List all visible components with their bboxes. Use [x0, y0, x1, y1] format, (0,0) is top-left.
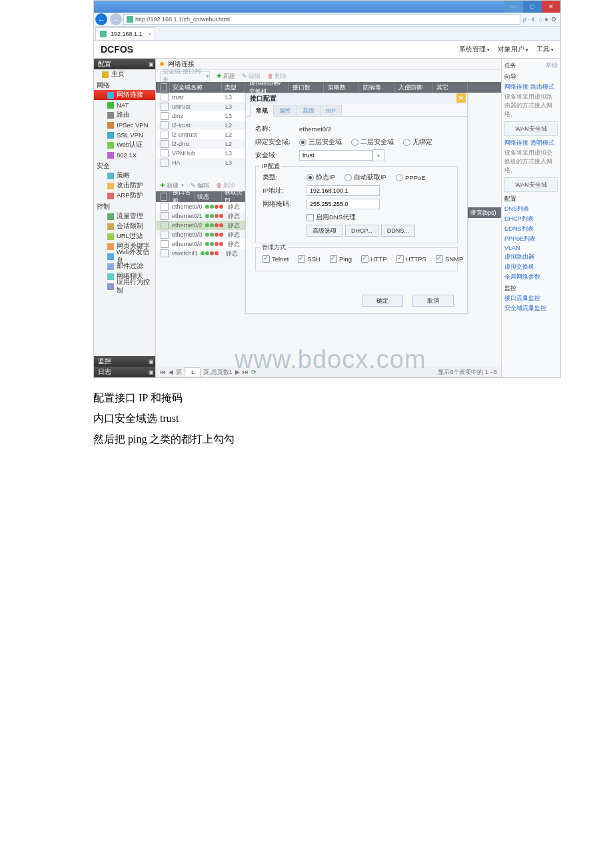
ok-button[interactable]: 确定: [362, 295, 403, 307]
row-checkbox[interactable]: [161, 103, 169, 111]
checkbox-dns-proxy[interactable]: 启用DNS代理: [306, 213, 356, 222]
checkbox-snmp[interactable]: SNMP: [436, 255, 463, 263]
task-link[interactable]: DNS列表: [504, 205, 558, 213]
sidebar-item-url[interactable]: URL过滤: [94, 231, 155, 241]
radio-static-ip[interactable]: 静态IP: [306, 173, 335, 182]
monitor-link[interactable]: 安全域流量监控: [504, 304, 558, 313]
task-help-link[interactable]: 帮助: [546, 61, 558, 70]
zone-row[interactable]: trustL3: [156, 93, 245, 102]
tab-rip[interactable]: RIP: [320, 105, 342, 116]
if-select-all-checkbox[interactable]: [161, 193, 167, 201]
task-link[interactable]: 虚拟交换机: [504, 263, 558, 271]
menu-tools[interactable]: 工具▾: [536, 45, 554, 54]
row-checkbox[interactable]: [161, 159, 169, 167]
row-checkbox[interactable]: [161, 203, 169, 211]
wan-zone-button-2[interactable]: WAN安全域: [504, 177, 558, 192]
task-link[interactable]: PPPoE列表: [504, 235, 558, 243]
task-link[interactable]: DDNS列表: [504, 225, 558, 233]
row-checkbox[interactable]: [161, 93, 169, 101]
checkbox-http[interactable]: HTTP: [361, 255, 387, 263]
menu-user[interactable]: 对象用户▾: [498, 45, 528, 54]
task-link[interactable]: DHCP列表: [504, 215, 558, 223]
pager-first-icon[interactable]: ⏮: [160, 369, 166, 375]
window-maximize-icon[interactable]: □: [523, 1, 542, 13]
sidebar-item-attack[interactable]: 攻击防护: [94, 181, 155, 191]
row-checkbox[interactable]: [161, 121, 169, 129]
sidebar-header-log[interactable]: 日志▣: [94, 367, 155, 377]
nav-forward-icon[interactable]: →: [110, 13, 122, 25]
sidebar-item-app[interactable]: 应用行为控制: [94, 281, 155, 291]
browser-tab[interactable]: 192.168.1.1 ×: [95, 27, 155, 40]
scope-dropdown[interactable]: 安全域·接口列表▾: [160, 71, 210, 81]
new-button[interactable]: ✚新建: [217, 72, 235, 81]
page-input[interactable]: [185, 367, 201, 377]
checkbox-https[interactable]: HTTPS: [396, 255, 426, 263]
ip-address-input[interactable]: [306, 185, 380, 196]
zone-row[interactable]: l2-trustL2: [156, 121, 245, 130]
nav-back-icon[interactable]: ←: [95, 13, 107, 25]
window-close-icon[interactable]: ✕: [542, 1, 560, 13]
sidebar-item-webauth[interactable]: Web认证: [94, 140, 155, 150]
ddns-button[interactable]: DDNS...: [381, 225, 415, 237]
sidebar-item-flow[interactable]: 流量管理: [94, 211, 155, 221]
zone-row[interactable]: HAL3: [156, 158, 245, 167]
row-checkbox[interactable]: [161, 131, 169, 139]
monitor-link[interactable]: 接口流量监控: [504, 294, 558, 303]
sidebar-item-policy[interactable]: 策略: [94, 171, 155, 181]
pager-refresh-icon[interactable]: ⟳: [251, 369, 257, 375]
row-checkbox[interactable]: [161, 149, 169, 157]
url-field[interactable]: http://192.168.1.1/zh_cn/webui.html: [123, 14, 520, 25]
task-link[interactable]: 全局网络参数: [504, 273, 558, 281]
dialog-close-icon[interactable]: ✕: [456, 93, 466, 103]
sidebar-item-session[interactable]: 会话限制: [94, 221, 155, 231]
row-checkbox[interactable]: [161, 231, 169, 239]
interface-row[interactable]: ethernet0/0静态: [156, 202, 245, 211]
interface-row[interactable]: ethernet0/1静态: [156, 211, 245, 221]
sidebar-item-nat[interactable]: NAT: [94, 100, 155, 110]
sidebar-item-ipsec[interactable]: IPSec VPN: [94, 120, 155, 130]
radio-dhcp-ip[interactable]: 自动获取IP: [344, 173, 386, 182]
pager-next-icon[interactable]: ▶: [235, 369, 240, 375]
interface-row[interactable]: ethernet0/4静态: [156, 239, 245, 249]
checkbox-ssh[interactable]: SSH: [298, 255, 320, 263]
row-checkbox[interactable]: [161, 240, 169, 248]
sidebar-item-mail[interactable]: 邮件过滤: [94, 261, 155, 271]
tab-general[interactable]: 常规: [250, 105, 274, 117]
tab-advanced[interactable]: 高级: [297, 105, 320, 116]
sidebar-header-config[interactable]: 配置▣: [94, 59, 155, 69]
cancel-button[interactable]: 取消: [412, 295, 454, 307]
advanced-options-button[interactable]: 高级选项: [306, 225, 342, 237]
radio-pppoe[interactable]: PPPoE: [396, 174, 426, 181]
interface-row[interactable]: ethernet0/3静态: [156, 230, 245, 239]
interface-row[interactable]: ethernet0/2静态: [156, 221, 245, 230]
zone-row[interactable]: l2-untrustL2: [156, 130, 245, 139]
link-route-mode[interactable]: 网络连接·路由模式: [504, 83, 558, 91]
zone-row[interactable]: dmzL3: [156, 111, 245, 121]
checkbox-ping[interactable]: Ping: [330, 255, 352, 263]
wan-zone-button-1[interactable]: WAN安全域: [504, 121, 558, 136]
sidebar-item-route[interactable]: 路由: [94, 110, 155, 120]
pager-last-icon[interactable]: ⏭: [243, 369, 249, 375]
menu-system[interactable]: 系统管理▾: [459, 45, 490, 54]
row-checkbox[interactable]: [161, 212, 169, 220]
sidebar-item-sslvpn[interactable]: SSL VPN: [94, 130, 155, 140]
zone-select[interactable]: [299, 150, 372, 161]
sidebar-item-network-connection[interactable]: 网络连接: [94, 90, 155, 100]
zone-dropdown-icon[interactable]: ▾: [372, 149, 384, 161]
window-minimize-icon[interactable]: —: [504, 1, 523, 13]
select-all-checkbox[interactable]: [161, 83, 167, 91]
zone-row[interactable]: VPNHubL3: [156, 149, 245, 158]
row-checkbox[interactable]: [161, 221, 169, 229]
sidebar-item-home[interactable]: 主页: [94, 69, 155, 79]
row-checkbox[interactable]: [161, 249, 169, 257]
radio-nozone[interactable]: 无绑定: [403, 138, 432, 147]
tab-close-icon[interactable]: ×: [148, 31, 151, 37]
row-checkbox[interactable]: [161, 112, 169, 120]
radio-l2zone[interactable]: 二层安全域: [351, 138, 394, 147]
radio-l3zone[interactable]: 三层安全域: [299, 138, 342, 147]
netmask-input[interactable]: [306, 199, 380, 209]
tab-properties[interactable]: 属性: [273, 105, 297, 116]
row-checkbox[interactable]: [161, 140, 169, 148]
task-link[interactable]: VLAN: [504, 245, 558, 251]
zone-row[interactable]: l2-dmzL2: [156, 139, 245, 149]
